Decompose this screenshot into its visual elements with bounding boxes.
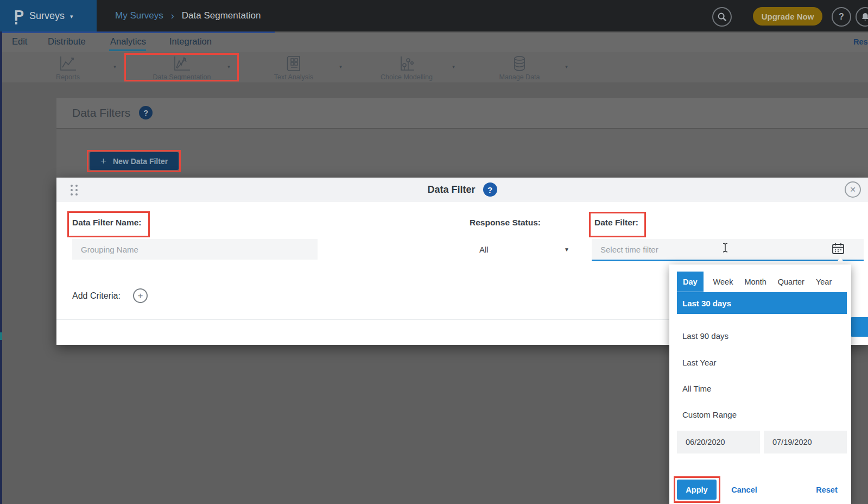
modal-save-button-partial[interactable] xyxy=(850,317,868,337)
app-screen: P Surveys ▾ My Surveys › Data Segmentati… xyxy=(0,0,868,504)
calendar-icon[interactable] xyxy=(832,242,845,257)
active-menu-underline xyxy=(109,49,146,51)
bell-icon xyxy=(861,12,868,22)
page-title: Data Filters xyxy=(72,106,130,119)
breadcrumb-my-surveys[interactable]: My Surveys xyxy=(115,10,163,21)
close-icon[interactable]: ✕ xyxy=(845,181,861,198)
option-last-90-days[interactable]: Last 90 days xyxy=(682,329,840,342)
questionpro-logo-icon: P xyxy=(14,9,24,23)
toolbar-item-reports[interactable]: Reports xyxy=(22,54,114,81)
option-last-30-days[interactable]: Last 30 days xyxy=(677,292,847,314)
add-criteria-plus-icon[interactable]: + xyxy=(133,288,148,303)
search-icon xyxy=(717,12,727,22)
tab-week[interactable]: Week xyxy=(712,272,735,292)
annotation-box-new-data-filter xyxy=(87,150,181,172)
date-filter-dropdown: Day Week Month Quarter Year Last 30 days… xyxy=(669,264,851,504)
chevron-down-icon[interactable]: ▾ xyxy=(113,64,116,70)
chevron-down-icon[interactable]: ▾ xyxy=(452,64,455,70)
annotation-box-apply xyxy=(674,476,720,503)
analytics-toolbar: Reports ▾ Data Segmentation ▾ Text Analy xyxy=(0,52,868,83)
upgrade-now-button[interactable]: Upgrade Now xyxy=(753,7,822,26)
cancel-button[interactable]: Cancel xyxy=(727,480,761,500)
breadcrumb-chevron-icon: › xyxy=(171,10,174,22)
modal-title: Data Filter xyxy=(427,184,475,196)
left-edge-accent xyxy=(0,32,2,504)
product-switcher[interactable]: P Surveys ▾ xyxy=(0,0,97,32)
tab-day[interactable]: Day xyxy=(677,272,704,292)
toolbar-item-label: Choice Modelling xyxy=(360,73,453,81)
text-cursor-icon xyxy=(722,243,728,255)
grouping-name-input[interactable] xyxy=(72,239,318,260)
notifications-button[interactable] xyxy=(856,7,868,27)
menu-responses-partial[interactable]: Res xyxy=(853,37,868,46)
help-badge-icon[interactable]: ? xyxy=(139,106,153,119)
annotation-box-data-segmentation xyxy=(124,53,239,81)
help-button[interactable]: ? xyxy=(832,7,851,27)
toolbar-item-label: Manage Data xyxy=(473,73,566,81)
product-name: Surveys xyxy=(29,10,65,22)
toolbar-item-label: Text Analysis xyxy=(248,73,340,81)
chevron-down-icon: ▼ xyxy=(564,247,569,253)
menu-analytics[interactable]: Analytics xyxy=(110,36,146,47)
chevron-down-icon: ▾ xyxy=(70,11,73,20)
modal-header: Data Filter ? ✕ xyxy=(56,178,868,201)
breadcrumb-current-page: Data Segmentation xyxy=(182,10,261,21)
toolbar-item-text-analysis[interactable]: Text Analysis xyxy=(248,54,340,81)
response-status-value: All xyxy=(479,245,489,254)
option-custom-range[interactable]: Custom Range xyxy=(682,408,840,421)
toolbar-item-manage-data[interactable]: Manage Data xyxy=(473,54,566,81)
chevron-down-icon[interactable]: ▾ xyxy=(565,64,568,70)
left-edge-accent-teal xyxy=(0,332,2,340)
help-badge-icon[interactable]: ? xyxy=(483,182,497,197)
option-all-time[interactable]: All Time xyxy=(682,382,840,395)
tab-quarter[interactable]: Quarter xyxy=(776,272,806,292)
menu-integration[interactable]: Integration xyxy=(169,36,212,47)
tab-year[interactable]: Year xyxy=(814,272,833,292)
period-tabs: Day Week Month Quarter Year xyxy=(677,272,833,292)
top-navbar: P Surveys ▾ My Surveys › Data Segmentati… xyxy=(0,0,868,32)
response-status-label: Response Status: xyxy=(470,218,541,228)
data-filters-panel-header: Data Filters ? xyxy=(56,98,868,129)
reset-button[interactable]: Reset xyxy=(810,480,844,500)
response-status-select[interactable]: All ▼ xyxy=(472,239,575,260)
menu-edit[interactable]: Edit xyxy=(12,36,27,47)
breadcrumb: My Surveys › Data Segmentation xyxy=(115,0,261,32)
date-input-focus-underline xyxy=(592,260,864,261)
dropdown-pointer-notch xyxy=(835,257,846,264)
menu-distribute[interactable]: Distribute xyxy=(48,36,86,47)
line-chart-icon xyxy=(58,55,78,72)
document-grid-icon xyxy=(285,55,302,72)
toolbar-item-label: Reports xyxy=(22,73,114,81)
survey-menu-bar: Edit Distribute Analytics Integration Re… xyxy=(0,33,868,52)
tab-month[interactable]: Month xyxy=(743,272,768,292)
end-date-input[interactable] xyxy=(764,431,847,453)
toolbar-item-choice-modelling[interactable]: Choice Modelling xyxy=(360,54,453,81)
database-icon xyxy=(511,55,528,72)
chevron-down-icon[interactable]: ▾ xyxy=(339,64,342,70)
option-last-year[interactable]: Last Year xyxy=(682,356,840,369)
annotation-box-date-label xyxy=(589,212,646,237)
annotation-box-name-label xyxy=(67,211,150,237)
add-criteria-label: Add Criteria: xyxy=(72,291,121,301)
search-button[interactable] xyxy=(712,7,732,27)
start-date-input[interactable] xyxy=(677,431,760,453)
bubble-chart-icon xyxy=(397,55,416,72)
